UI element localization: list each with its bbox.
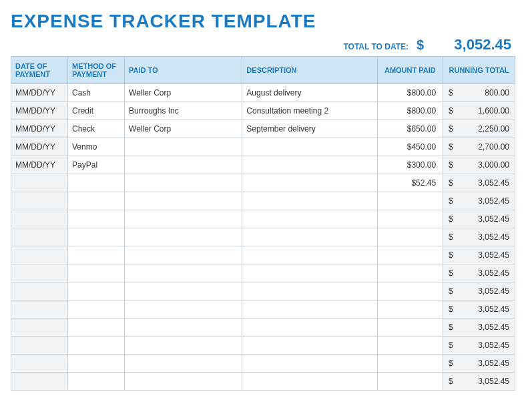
cell-date[interactable] [11,337,68,355]
cell-amount[interactable]: $800.00 [377,102,443,120]
cell-date[interactable] [11,282,68,300]
cell-description[interactable] [242,156,377,174]
cell-method[interactable] [68,319,125,337]
cell-date[interactable] [11,174,68,192]
cell-amount[interactable] [377,337,443,355]
cell-running-value[interactable]: 3,052.45 [459,319,515,337]
cell-date[interactable] [11,300,68,319]
cell-description[interactable] [242,300,377,319]
cell-running-currency[interactable]: $ [443,373,460,391]
cell-paid-to[interactable]: Weller Corp [125,120,242,138]
cell-description[interactable]: August delivery [242,84,377,102]
cell-date[interactable] [11,373,68,391]
cell-running-value[interactable]: 3,052.45 [459,174,515,192]
cell-method[interactable]: Venmo [68,138,125,156]
cell-amount[interactable] [377,228,443,246]
cell-date[interactable]: MM/DD/YY [11,156,68,174]
cell-running-currency[interactable]: $ [443,138,460,156]
cell-amount[interactable]: $300.00 [377,156,443,174]
cell-running-value[interactable]: 2,700.00 [459,138,515,156]
cell-method[interactable]: PayPal [68,156,125,174]
cell-amount[interactable]: $800.00 [377,84,443,102]
cell-amount[interactable] [377,319,443,337]
cell-description[interactable] [242,337,377,355]
cell-description[interactable] [242,282,377,300]
cell-amount[interactable] [377,373,443,391]
cell-running-currency[interactable]: $ [443,84,460,102]
cell-date[interactable]: MM/DD/YY [11,102,68,120]
cell-description[interactable] [242,138,377,156]
cell-method[interactable] [68,228,125,246]
cell-description[interactable] [242,355,377,373]
cell-paid-to[interactable] [125,355,242,373]
cell-date[interactable]: MM/DD/YY [11,138,68,156]
cell-amount[interactable]: $450.00 [377,138,443,156]
cell-paid-to[interactable] [125,228,242,246]
cell-amount[interactable] [377,264,443,282]
cell-running-currency[interactable]: $ [443,246,460,264]
cell-paid-to[interactable] [125,373,242,391]
cell-paid-to[interactable] [125,246,242,264]
cell-date[interactable] [11,355,68,373]
cell-running-value[interactable]: 3,052.45 [459,300,515,319]
cell-description[interactable]: Consultation meeting 2 [242,102,377,120]
cell-amount[interactable] [377,246,443,264]
cell-method[interactable]: Cash [68,84,125,102]
cell-running-currency[interactable]: $ [443,102,460,120]
cell-amount[interactable] [377,210,443,228]
cell-paid-to[interactable] [125,174,242,192]
cell-running-value[interactable]: 3,052.45 [459,192,515,210]
cell-description[interactable] [242,373,377,391]
cell-running-currency[interactable]: $ [443,210,460,228]
cell-paid-to[interactable] [125,156,242,174]
cell-running-currency[interactable]: $ [443,355,460,373]
cell-method[interactable]: Credit [68,102,125,120]
cell-method[interactable] [68,264,125,282]
cell-date[interactable] [11,210,68,228]
cell-running-value[interactable]: 3,052.45 [459,337,515,355]
cell-description[interactable] [242,192,377,210]
cell-paid-to[interactable]: Weller Corp [125,84,242,102]
cell-method[interactable] [68,282,125,300]
cell-running-value[interactable]: 3,052.45 [459,264,515,282]
cell-method[interactable] [68,337,125,355]
cell-amount[interactable] [377,282,443,300]
cell-date[interactable]: MM/DD/YY [11,84,68,102]
cell-running-currency[interactable]: $ [443,337,460,355]
cell-amount[interactable] [377,192,443,210]
cell-paid-to[interactable] [125,337,242,355]
cell-method[interactable] [68,300,125,319]
cell-date[interactable] [11,192,68,210]
cell-description[interactable] [242,319,377,337]
cell-running-currency[interactable]: $ [443,264,460,282]
cell-method[interactable] [68,210,125,228]
cell-description[interactable] [242,210,377,228]
cell-running-currency[interactable]: $ [443,228,460,246]
cell-date[interactable] [11,264,68,282]
cell-running-value[interactable]: 2,250.00 [459,120,515,138]
cell-paid-to[interactable] [125,319,242,337]
cell-running-value[interactable]: 3,052.45 [459,373,515,391]
cell-description[interactable]: September delivery [242,120,377,138]
cell-method[interactable] [68,355,125,373]
cell-amount[interactable]: $650.00 [377,120,443,138]
cell-paid-to[interactable] [125,210,242,228]
cell-method[interactable] [68,192,125,210]
cell-running-currency[interactable]: $ [443,156,460,174]
cell-running-value[interactable]: 3,052.45 [459,246,515,264]
cell-running-currency[interactable]: $ [443,192,460,210]
cell-description[interactable] [242,228,377,246]
cell-date[interactable] [11,228,68,246]
cell-description[interactable] [242,264,377,282]
cell-method[interactable] [68,174,125,192]
cell-paid-to[interactable] [125,192,242,210]
cell-running-value[interactable]: 1,600.00 [459,102,515,120]
cell-running-value[interactable]: 3,052.45 [459,282,515,300]
cell-date[interactable] [11,246,68,264]
cell-method[interactable]: Check [68,120,125,138]
cell-running-currency[interactable]: $ [443,120,460,138]
cell-paid-to[interactable] [125,138,242,156]
cell-amount[interactable]: $52.45 [377,174,443,192]
cell-running-currency[interactable]: $ [443,174,460,192]
cell-date[interactable] [11,319,68,337]
